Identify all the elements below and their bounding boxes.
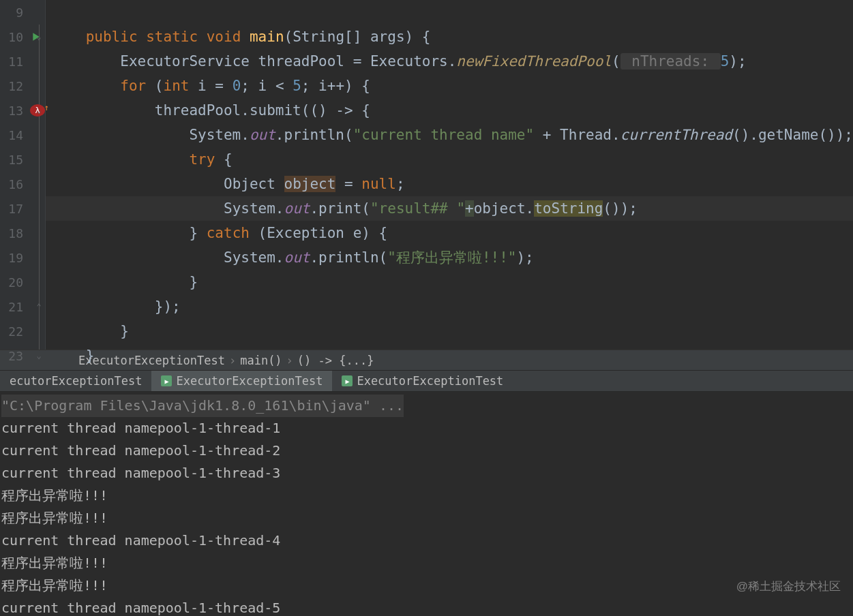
console-line: current thread namepool-1-thread-2 [0, 440, 853, 462]
line-number: 20 [0, 275, 27, 290]
run-tab[interactable]: ▶ ExecutorExceptionTest [332, 371, 513, 391]
code-line[interactable]: } catch (Exception e) { [46, 221, 853, 245]
code-line[interactable]: } [46, 319, 853, 343]
console-line: 程序出异常啦!!! [0, 574, 853, 597]
line-number: 17 [0, 202, 27, 216]
console-output[interactable]: "C:\Program Files\Java\jdk1.8.0_161\bin\… [0, 392, 853, 616]
code-line[interactable]: public static void main(String[] args) { [46, 25, 853, 49]
watermark: @稀土掘金技术社区 [736, 579, 841, 594]
line-number: 11 [0, 55, 27, 69]
run-config-icon: ▶ [342, 375, 353, 386]
code-line[interactable]: Object object = null; [46, 172, 853, 196]
code-line[interactable]: try { [46, 147, 853, 172]
run-config-icon: ▶ [161, 375, 172, 386]
line-number: 22 [0, 324, 27, 339]
line-number: 15 [0, 153, 27, 167]
console-line: 程序出异常啦!!! [0, 484, 853, 507]
code-line-current[interactable]: System.out.print("result## "+object.toSt… [46, 196, 853, 221]
fold-marker[interactable]: ⌄ [34, 106, 44, 115]
run-tab[interactable]: ▶ ExecutorExceptionTest [151, 371, 332, 391]
editor-area: 9 10 ⌄ 11 12 13 λ↑ ⌄ 14 15 16 17 18 19 2… [0, 0, 853, 350]
line-number: 14 [0, 128, 27, 142]
line-number: 16 [0, 177, 27, 191]
fold-marker[interactable]: ⌄ [34, 351, 44, 360]
line-number: 10 [0, 30, 27, 44]
gutter: 9 10 ⌄ 11 12 13 λ↑ ⌄ 14 15 16 17 18 19 2… [0, 0, 46, 350]
line-number: 12 [0, 79, 27, 93]
run-tab[interactable]: ecutorExceptionTest [0, 371, 151, 391]
fold-marker[interactable]: ⌄ [34, 32, 44, 42]
code-line[interactable]: threadPool.submit(() -> { [46, 98, 853, 123]
line-number: 21 [0, 300, 27, 314]
line-number: 23 [0, 349, 27, 363]
console-line: current thread namepool-1-thread-1 [0, 417, 853, 440]
console-command: "C:\Program Files\Java\jdk1.8.0_161\bin\… [1, 395, 404, 417]
code-line[interactable]: }); [46, 294, 853, 319]
parameter-hint: nThreads: [620, 53, 721, 70]
fold-marker[interactable]: ⌃ [34, 302, 44, 311]
console-line: 程序出异常啦!!! [0, 552, 853, 574]
line-number: 19 [0, 251, 27, 265]
console-line: 程序出异常啦!!! [0, 507, 853, 529]
code-line[interactable]: } [46, 270, 853, 294]
console-line: current thread namepool-1-thread-4 [0, 529, 853, 552]
line-number: 18 [0, 226, 27, 241]
console-line: current thread namepool-1-thread-5 [0, 597, 853, 616]
line-number: 13 [0, 104, 27, 118]
line-number: 9 [0, 5, 27, 20]
code-line[interactable]: for (int i = 0; i < 5; i++) { [46, 74, 853, 98]
code-line[interactable]: } [46, 343, 853, 368]
code-line[interactable]: ExecutorService threadPool = Executors.n… [46, 49, 853, 74]
code-line[interactable]: System.out.println("current thread name"… [46, 123, 853, 147]
run-tabs: ecutorExceptionTest ▶ ExecutorExceptionT… [0, 370, 853, 392]
code-area[interactable]: public static void main(String[] args) {… [46, 0, 853, 350]
console-line: current thread namepool-1-thread-3 [0, 462, 853, 484]
code-line[interactable]: System.out.println("程序出异常啦!!!"); [46, 245, 853, 270]
